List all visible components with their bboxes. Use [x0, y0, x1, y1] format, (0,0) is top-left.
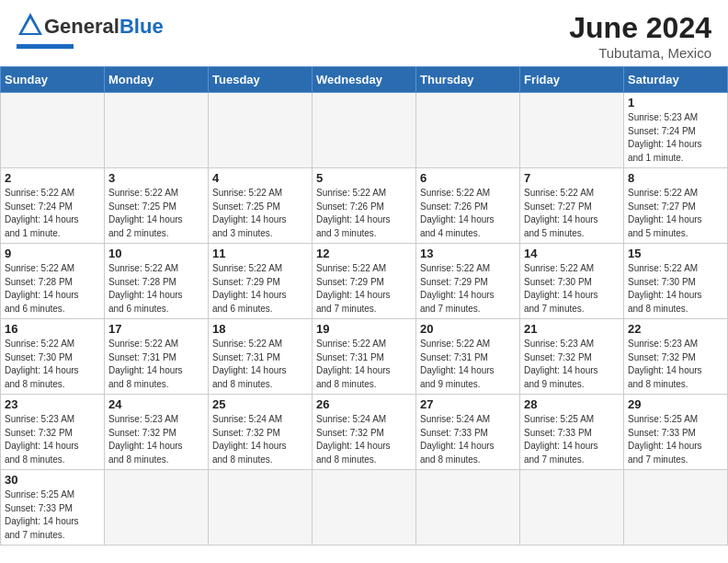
day-28: 28 Sunrise: 5:25 AMSunset: 7:33 PMDaylig… — [520, 395, 624, 470]
logo-bar — [17, 44, 74, 49]
day-11: 11 Sunrise: 5:22 AMSunset: 7:29 PMDaylig… — [209, 244, 313, 319]
table-row: 23 Sunrise: 5:23 AMSunset: 7:32 PMDaylig… — [1, 395, 728, 470]
empty-cell — [520, 470, 624, 546]
day-12: 12 Sunrise: 5:22 AMSunset: 7:29 PMDaylig… — [313, 244, 416, 319]
day-14: 14 Sunrise: 5:22 AMSunset: 7:30 PMDaylig… — [520, 244, 624, 319]
header-wednesday: Wednesday — [313, 67, 416, 93]
empty-cell — [105, 470, 209, 546]
empty-cell — [1, 93, 105, 168]
header-tuesday: Tuesday — [209, 67, 313, 93]
title-block: June 2024 Tubutama, Mexico — [569, 11, 711, 61]
day-5: 5 Sunrise: 5:22 AMSunset: 7:26 PMDayligh… — [313, 168, 416, 244]
table-row: 1 Sunrise: 5:23 AMSunset: 7:24 PMDayligh… — [1, 93, 728, 168]
day-20: 20 Sunrise: 5:22 AMSunset: 7:31 PMDaylig… — [416, 319, 520, 395]
table-row: 30 Sunrise: 5:25 AMSunset: 7:33 PMDaylig… — [1, 470, 728, 546]
day-25: 25 Sunrise: 5:24 AMSunset: 7:32 PMDaylig… — [209, 395, 313, 470]
header-monday: Monday — [105, 67, 209, 93]
empty-cell — [624, 470, 728, 546]
logo-icon — [17, 11, 44, 42]
table-row: 16 Sunrise: 5:22 AMSunset: 7:30 PMDaylig… — [1, 319, 728, 395]
day-19: 19 Sunrise: 5:22 AMSunset: 7:31 PMDaylig… — [313, 319, 416, 395]
day-18: 18 Sunrise: 5:22 AMSunset: 7:31 PMDaylig… — [209, 319, 313, 395]
logo: GeneralBlue — [17, 11, 164, 49]
day-15: 15 Sunrise: 5:22 AMSunset: 7:30 PMDaylig… — [624, 244, 728, 319]
day-13: 13 Sunrise: 5:22 AMSunset: 7:29 PMDaylig… — [416, 244, 520, 319]
day-9: 9 Sunrise: 5:22 AMSunset: 7:28 PMDayligh… — [1, 244, 105, 319]
day-17: 17 Sunrise: 5:22 AMSunset: 7:31 PMDaylig… — [105, 319, 209, 395]
header-thursday: Thursday — [416, 67, 520, 93]
month-year: June 2024 — [569, 11, 711, 45]
empty-cell — [209, 470, 313, 546]
day-22: 22 Sunrise: 5:23 AMSunset: 7:32 PMDaylig… — [624, 319, 728, 395]
location: Tubutama, Mexico — [569, 45, 711, 61]
day-26: 26 Sunrise: 5:24 AMSunset: 7:32 PMDaylig… — [313, 395, 416, 470]
page-header: GeneralBlue June 2024 Tubutama, Mexico — [0, 0, 728, 66]
day-29: 29 Sunrise: 5:25 AMSunset: 7:33 PMDaylig… — [624, 395, 728, 470]
calendar-table: Sunday Monday Tuesday Wednesday Thursday… — [0, 66, 728, 546]
empty-cell — [416, 470, 520, 546]
day-10: 10 Sunrise: 5:22 AMSunset: 7:28 PMDaylig… — [105, 244, 209, 319]
table-row: 9 Sunrise: 5:22 AMSunset: 7:28 PMDayligh… — [1, 244, 728, 319]
empty-cell — [416, 93, 520, 168]
day-23: 23 Sunrise: 5:23 AMSunset: 7:32 PMDaylig… — [1, 395, 105, 470]
day-4: 4 Sunrise: 5:22 AMSunset: 7:25 PMDayligh… — [209, 168, 313, 244]
day-3: 3 Sunrise: 5:22 AMSunset: 7:25 PMDayligh… — [105, 168, 209, 244]
header-sunday: Sunday — [1, 67, 105, 93]
empty-cell — [520, 93, 624, 168]
day-6: 6 Sunrise: 5:22 AMSunset: 7:26 PMDayligh… — [416, 168, 520, 244]
empty-cell — [313, 93, 416, 168]
day-8: 8 Sunrise: 5:22 AMSunset: 7:27 PMDayligh… — [624, 168, 728, 244]
day-24: 24 Sunrise: 5:23 AMSunset: 7:32 PMDaylig… — [105, 395, 209, 470]
table-row: 2 Sunrise: 5:22 AMSunset: 7:24 PMDayligh… — [1, 168, 728, 244]
header-friday: Friday — [520, 67, 624, 93]
day-16: 16 Sunrise: 5:22 AMSunset: 7:30 PMDaylig… — [1, 319, 105, 395]
logo-text: GeneralBlue — [44, 17, 164, 37]
day-7: 7 Sunrise: 5:22 AMSunset: 7:27 PMDayligh… — [520, 168, 624, 244]
day-1: 1 Sunrise: 5:23 AMSunset: 7:24 PMDayligh… — [624, 93, 728, 168]
day-30: 30 Sunrise: 5:25 AMSunset: 7:33 PMDaylig… — [1, 470, 105, 546]
day-27: 27 Sunrise: 5:24 AMSunset: 7:33 PMDaylig… — [416, 395, 520, 470]
day-21: 21 Sunrise: 5:23 AMSunset: 7:32 PMDaylig… — [520, 319, 624, 395]
empty-cell — [313, 470, 416, 546]
empty-cell — [209, 93, 313, 168]
header-saturday: Saturday — [624, 67, 728, 93]
empty-cell — [105, 93, 209, 168]
day-2: 2 Sunrise: 5:22 AMSunset: 7:24 PMDayligh… — [1, 168, 105, 244]
